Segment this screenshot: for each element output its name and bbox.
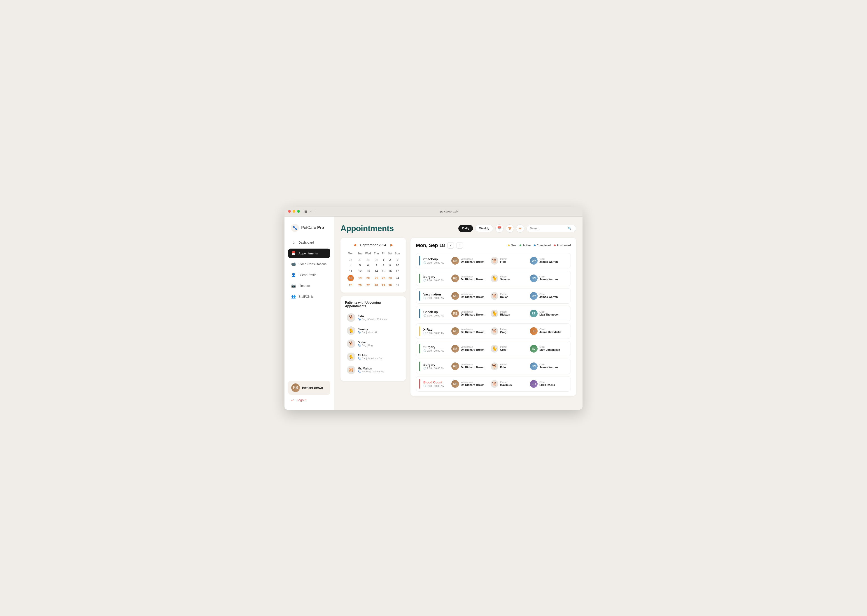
appointment-row[interactable]: Blood Count 🕐 9:00 - 10:00 AM RB Veterin… — [416, 376, 571, 391]
daily-view-button[interactable]: Daily — [458, 225, 473, 232]
calendar-day[interactable]: 12 — [356, 268, 364, 274]
calendar-day[interactable]: 17 — [393, 268, 402, 274]
minimize-button[interactable] — [293, 210, 295, 213]
vet-role: Veterinarian — [461, 363, 484, 366]
vet-avatar: RB — [451, 327, 459, 335]
sidebar-item-staff-clinic[interactable]: 👥 Staff/Clinic — [288, 292, 330, 301]
calendar-day[interactable]: 29 — [372, 257, 380, 262]
appointment-time: 🕐 9:00 - 10:00 AM — [423, 349, 448, 352]
patient-block: 🐕 Patient Dollar — [490, 292, 527, 300]
weekly-view-button[interactable]: Weekly — [475, 225, 493, 232]
calendar-day[interactable]: 13 — [364, 268, 372, 274]
calendar-day[interactable]: 9 — [387, 262, 393, 268]
legend: New Active Completed — [508, 244, 571, 247]
vet-avatar: RB — [451, 363, 459, 370]
appointment-row[interactable]: Surgery 🕐 9:00 - 10:00 AM RB Veterinaria… — [416, 341, 571, 357]
calendar-day[interactable]: 20 — [364, 274, 372, 283]
calendar-day[interactable]: 27 — [356, 257, 364, 262]
calendar-day[interactable]: 10 — [393, 262, 402, 268]
sort-icon-button[interactable] — [516, 225, 524, 233]
patient-block: 🐈 Patient Sammy — [490, 275, 527, 282]
apt-prev-button[interactable]: ‹ — [448, 242, 454, 248]
calendar-day[interactable]: 26 — [345, 257, 356, 262]
logo: 🐾 PetCare Pro — [288, 222, 330, 236]
calendar-day[interactable]: 7 — [372, 262, 380, 268]
client-name: Sam Johanssen — [539, 348, 560, 351]
patient-avatar: 🐈 — [347, 326, 355, 335]
calendar-next-button[interactable]: ▶ — [389, 242, 394, 247]
calendar-day[interactable]: 26 — [356, 283, 364, 288]
patient-role: Patient — [500, 275, 510, 278]
calendar-icon-button[interactable]: 📅 — [495, 225, 503, 233]
calendar-day[interactable]: 5 — [356, 262, 364, 268]
patient-info: Patient Fido — [500, 258, 507, 264]
sidebar-item-client-profile[interactable]: 👤 Client Profile — [288, 270, 330, 280]
vet-role: Veterinarian — [461, 293, 484, 295]
calendar-day[interactable]: 22 — [380, 274, 387, 283]
appointment-row[interactable]: Surgery 🕐 9:00 - 10:00 AM RB Veterinaria… — [416, 271, 571, 286]
calendar-day[interactable]: 4 — [345, 262, 356, 268]
appointment-type-block: Surgery 🕐 9:00 - 10:00 AM — [423, 275, 448, 282]
calendar-day[interactable]: 11 — [345, 268, 356, 274]
client-block: ER Client Erika Roeks — [530, 380, 566, 388]
calendar-day[interactable]: 24 — [393, 274, 402, 283]
patient-name: Dollar — [500, 295, 508, 299]
patients-title: Patients with Upcoming Appointments — [345, 301, 402, 308]
calendar-day[interactable]: 29 — [380, 283, 387, 288]
client-avatar: SJ — [530, 345, 538, 352]
patient-item[interactable]: 🐕 Fido 🐾 Dog | Golden Retriever — [345, 311, 402, 324]
close-button[interactable] — [288, 210, 291, 213]
sidebar-item-video-consultations[interactable]: 📹 Video Consultations — [288, 259, 330, 269]
appointment-row[interactable]: Surgery 🕐 9:00 - 10:00 AM RB Veterinaria… — [416, 358, 571, 374]
sidebar-item-dashboard[interactable]: ⌂ Dashboard — [288, 238, 330, 247]
url-bar[interactable]: petcarepro.dk — [319, 210, 579, 213]
sidebar-label-staff: Staff/Clinic — [298, 295, 314, 299]
calendar-day[interactable]: 1 — [380, 257, 387, 262]
patient-block: 🐕 Patient Fido — [490, 363, 527, 370]
calendar-day[interactable]: 16 — [387, 268, 393, 274]
patient-item[interactable]: 🐈 Rickton 🐾 Cat | American Curl — [345, 350, 402, 363]
appointment-type-block: Surgery 🕐 9:00 - 10:00 AM — [423, 345, 448, 352]
calendar-day[interactable]: 14 — [372, 268, 380, 274]
sidebar-item-finance[interactable]: 📷 Finance — [288, 281, 330, 291]
calendar-day[interactable]: 15 — [380, 268, 387, 274]
calendar-day[interactable]: 8 — [380, 262, 387, 268]
maximize-button[interactable] — [297, 210, 300, 213]
calendar-day[interactable]: 6 — [364, 262, 372, 268]
calendar-day[interactable]: 30 — [387, 283, 393, 288]
calendar-day[interactable]: 25 — [345, 283, 356, 288]
patient-item[interactable]: 🐕 Dollar 🐾 Dog | Pug — [345, 337, 402, 350]
vet-avatar: RB — [451, 380, 459, 388]
client-block: JW Client James Warren — [530, 257, 566, 265]
patient-item[interactable]: 🐈 Sammy 🐾 Cat | Munchkin — [345, 324, 402, 337]
calendar-day[interactable]: 23 — [387, 274, 393, 283]
apt-next-button[interactable]: › — [457, 242, 463, 248]
calendar-day[interactable]: 21 — [372, 274, 380, 283]
calendar-prev-button[interactable]: ◀ — [352, 242, 358, 247]
user-name: Richard Brown — [302, 386, 323, 389]
patient-name: Maximus — [500, 383, 512, 387]
calendar-day[interactable]: 3 — [393, 257, 402, 262]
calendar-day[interactable]: 28 — [364, 257, 372, 262]
calendar-day[interactable]: 2 — [387, 257, 393, 262]
calendar-day[interactable]: 19 — [356, 274, 364, 283]
vet-name: Dr. Richard Brown — [461, 260, 484, 264]
vet-avatar: RB — [451, 345, 459, 352]
calendar-day[interactable]: 28 — [372, 283, 380, 288]
back-button[interactable]: ‹ — [309, 209, 312, 214]
search-input[interactable] — [530, 227, 566, 230]
appointment-row[interactable]: Check-up 🕐 9:00 - 10:00 AM RB Veterinari… — [416, 306, 571, 321]
forward-button[interactable]: › — [314, 209, 318, 214]
calendar-day[interactable]: 27 — [364, 283, 372, 288]
appointment-row[interactable]: Check-up 🕐 9:00 - 10:00 AM RB Veterinari… — [416, 253, 571, 269]
filter-icon-button[interactable] — [506, 225, 514, 233]
appointments-list: Check-up 🕐 9:00 - 10:00 AM RB Veterinari… — [416, 253, 571, 391]
logout-button[interactable]: ↩ Logout — [288, 396, 330, 404]
appointment-row[interactable]: X-Ray 🕐 9:00 - 10:00 AM RB Veterinarian … — [416, 324, 571, 339]
appointment-row[interactable]: Vaccination 🕐 9:00 - 10:00 AM RB Veterin… — [416, 288, 571, 303]
calendar-day[interactable]: 18 — [345, 274, 356, 283]
patient-item[interactable]: 🐹 Mr. Mahon 🐾 Rodent | Guinea Pig — [345, 363, 402, 376]
calendar-day[interactable]: 31 — [393, 283, 402, 288]
dot-active — [520, 245, 521, 246]
sidebar-item-appointments[interactable]: 📅 Appointments — [288, 248, 330, 258]
